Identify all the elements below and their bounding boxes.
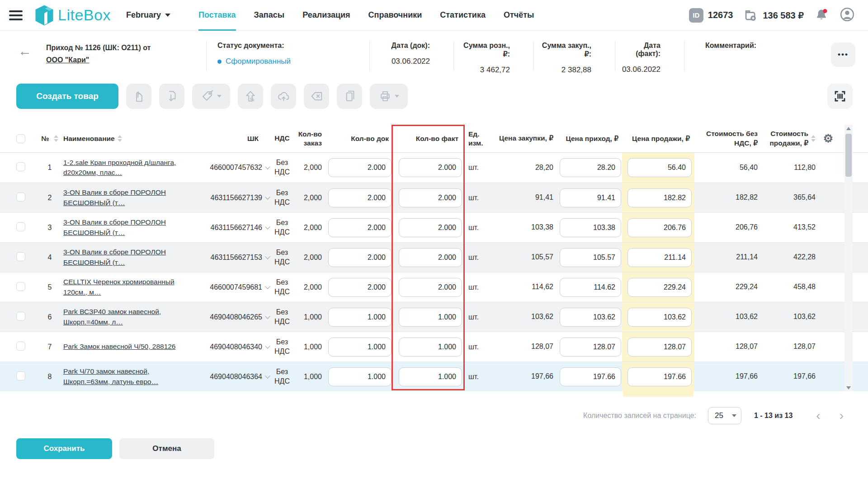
column-settings-gear-icon[interactable]: ⚙ xyxy=(823,133,833,144)
product-name-link[interactable]: Park ВСЗР40 замок навесной, Шкорп.=40мм,… xyxy=(63,308,161,325)
row-checkbox[interactable] xyxy=(16,252,25,261)
cancel-button[interactable]: Отмена xyxy=(119,438,214,459)
product-name-link[interactable]: 3-ON Валик в сборе ПОРОЛОН БЕСШОВНЫЙ (т… xyxy=(63,218,166,236)
price-sale-input[interactable] xyxy=(627,278,692,297)
price-sale-input[interactable] xyxy=(627,248,692,267)
cell-barcode[interactable]: 4631156627139 xyxy=(194,194,270,202)
nav-zapasy[interactable]: Запасы xyxy=(254,0,285,31)
cloud-upload-button[interactable] xyxy=(271,84,296,109)
nav-statistika[interactable]: Статистика xyxy=(440,0,486,31)
price-in-input[interactable] xyxy=(560,308,621,327)
row-checkbox[interactable] xyxy=(16,312,25,321)
price-sale-input[interactable] xyxy=(627,218,692,237)
col-name[interactable]: Наименование xyxy=(63,135,194,143)
nav-postavka[interactable]: Поставка xyxy=(198,0,236,31)
qty-doc-input[interactable] xyxy=(328,308,392,327)
row-checkbox[interactable] xyxy=(16,342,25,351)
profile-button[interactable] xyxy=(839,6,855,24)
duplicate-button[interactable] xyxy=(337,84,362,109)
sort-icon[interactable] xyxy=(811,135,816,142)
qty-doc-input[interactable] xyxy=(328,158,392,177)
barcode-scan-button[interactable] xyxy=(827,84,853,109)
select-all-checkbox[interactable] xyxy=(16,134,25,143)
scroll-up-icon[interactable] xyxy=(844,125,853,132)
price-sale-input[interactable] xyxy=(627,188,692,207)
price-in-input[interactable] xyxy=(560,278,621,297)
price-in-input[interactable] xyxy=(560,158,621,177)
sort-icon[interactable] xyxy=(118,135,122,142)
row-checkbox[interactable] xyxy=(16,162,25,171)
back-arrow-icon[interactable]: ← xyxy=(18,44,36,58)
cell-barcode[interactable]: 4690408046265 xyxy=(194,313,270,321)
col-cost-sale[interactable]: Стоимость продажи, ₽ xyxy=(758,129,816,147)
price-in-input[interactable] xyxy=(560,367,621,386)
supplier-link[interactable]: ООО "Кари" xyxy=(46,54,206,66)
price-in-input[interactable] xyxy=(560,188,621,207)
product-name-link[interactable]: 3-ON Валик в сборе ПОРОЛОН БЕСШОВНЫЙ (т… xyxy=(63,188,166,206)
qty-doc-input[interactable] xyxy=(328,218,392,237)
cell-barcode[interactable]: 4690408046364 xyxy=(194,373,270,381)
qty-doc-input[interactable] xyxy=(328,188,392,207)
price-sale-input[interactable] xyxy=(627,338,692,357)
qty-fact-input[interactable] xyxy=(399,367,462,386)
row-checkbox[interactable] xyxy=(16,192,25,202)
cell-barcode[interactable]: 4690408046340 xyxy=(194,343,270,351)
scroll-down-icon[interactable] xyxy=(844,384,853,391)
table-scrollbar[interactable] xyxy=(844,125,853,391)
qty-fact-input[interactable] xyxy=(399,248,462,267)
price-sale-input[interactable] xyxy=(627,367,692,386)
row-checkbox[interactable] xyxy=(16,371,25,380)
qty-doc-input[interactable] xyxy=(328,248,392,267)
qty-fact-input[interactable] xyxy=(399,158,462,177)
row-checkbox[interactable] xyxy=(16,222,25,231)
cell-barcode[interactable]: 4660007457632 xyxy=(194,164,270,172)
product-name-link[interactable]: Park Замок навесной Ч/50, 288126 xyxy=(63,343,176,350)
print-button[interactable] xyxy=(370,84,408,109)
period-label: February xyxy=(126,10,161,20)
product-name-link[interactable]: CELLTIX Черенок хромированный 120см., м… xyxy=(63,278,175,296)
status-value[interactable]: Сформированный xyxy=(217,57,369,66)
price-in-input[interactable] xyxy=(560,338,621,357)
product-name-link[interactable]: 1-2.sale Кран проходной д/шланга, d20x20… xyxy=(63,159,176,176)
row-checkbox[interactable] xyxy=(16,282,25,291)
price-tag-button[interactable] xyxy=(192,84,230,109)
product-name-link[interactable]: 3-ON Валик в сборе ПОРОЛОН БЕСШОВНЫЙ (т… xyxy=(63,248,166,266)
notifications-button[interactable] xyxy=(814,8,829,23)
prev-page-button[interactable]: ‹ xyxy=(812,409,824,422)
cell-barcode[interactable]: 4660007459681 xyxy=(194,283,270,291)
nav-realizaciya[interactable]: Реализация xyxy=(302,0,350,31)
col-num[interactable]: № xyxy=(36,135,63,143)
qty-fact-input[interactable] xyxy=(399,188,462,207)
balance-block[interactable]: 136 583 ₽ xyxy=(743,8,804,23)
qty-doc-input[interactable] xyxy=(328,278,392,297)
upload-document-button[interactable] xyxy=(126,84,151,109)
qty-fact-input[interactable] xyxy=(399,278,462,297)
period-selector[interactable]: February xyxy=(126,10,170,20)
clear-cells-button[interactable] xyxy=(304,84,329,109)
qty-fact-input[interactable] xyxy=(399,308,462,327)
qty-doc-input[interactable] xyxy=(328,338,392,357)
price-in-input[interactable] xyxy=(560,218,621,237)
page-size-select[interactable]: 25 xyxy=(708,407,741,424)
price-sale-input[interactable] xyxy=(627,308,692,327)
qty-fact-input[interactable] xyxy=(399,218,462,237)
product-name-link[interactable]: Park Ч/70 замок навесной, Шкорп.=63мм, л… xyxy=(63,367,158,385)
sort-icon[interactable] xyxy=(54,135,58,142)
cell-barcode[interactable]: 4631156627153 xyxy=(194,253,270,262)
cell-barcode[interactable]: 4631156627146 xyxy=(194,224,270,232)
menu-icon[interactable] xyxy=(9,10,23,20)
markup-percent-button[interactable]: % xyxy=(238,84,263,109)
litebox-logo[interactable]: LiteBox xyxy=(33,4,111,27)
more-actions-button[interactable]: ••• xyxy=(831,42,855,67)
qty-doc-input[interactable] xyxy=(328,367,392,386)
nav-spravochniki[interactable]: Справочники xyxy=(368,0,422,31)
download-document-button[interactable] xyxy=(159,84,184,109)
price-in-input[interactable] xyxy=(560,248,621,267)
price-sale-input[interactable] xyxy=(627,158,692,177)
save-button[interactable]: Сохранить xyxy=(16,438,112,459)
scrollbar-thumb[interactable] xyxy=(845,134,852,177)
create-product-button[interactable]: Создать товар xyxy=(16,84,118,109)
next-page-button[interactable]: › xyxy=(836,409,847,422)
nav-otchety[interactable]: Отчёты xyxy=(504,0,534,31)
qty-fact-input[interactable] xyxy=(399,338,462,357)
